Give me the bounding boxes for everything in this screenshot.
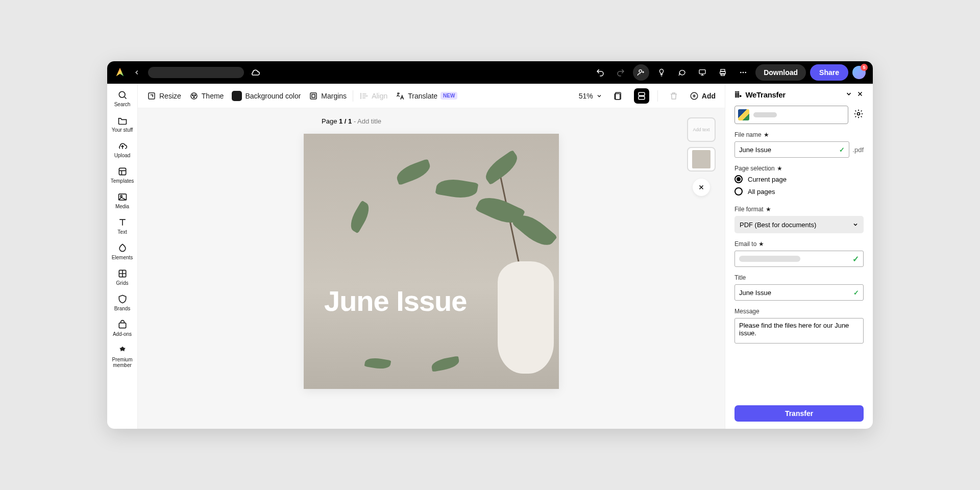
rail-label: Upload (114, 153, 131, 158)
notification-badge: 5 (861, 64, 868, 71)
svg-point-11 (120, 195, 121, 197)
check-icon: ✓ (853, 289, 859, 297)
canvas-title-text[interactable]: June Issue (324, 284, 467, 317)
lightbulb-icon[interactable] (653, 64, 670, 81)
pagesel-label: Page selection★ (734, 165, 864, 172)
print-icon[interactable] (715, 64, 731, 81)
panel-collapse-icon[interactable] (845, 90, 852, 99)
radio-icon (734, 175, 743, 183)
theme-tool[interactable]: Theme (189, 91, 224, 101)
settings-gear-icon[interactable] (853, 109, 864, 121)
message-input[interactable] (734, 318, 864, 344)
app-window: Download Share 5 Search Your stuff Uploa… (107, 61, 873, 429)
panel-close-icon[interactable] (856, 90, 864, 99)
delete-button[interactable] (666, 88, 681, 104)
rail-brands[interactable]: Brands (107, 294, 137, 311)
app-logo-icon[interactable] (114, 67, 126, 78)
add-page-button[interactable]: Add (690, 91, 716, 101)
new-badge: NEW (440, 92, 457, 100)
svg-rect-23 (639, 92, 645, 95)
account-avatar-icon (738, 109, 749, 120)
radio-all-pages[interactable]: All pages (734, 187, 864, 195)
title-label: Title (734, 274, 864, 281)
email-label: Email to★ (734, 240, 864, 248)
rail-label: Your stuff (112, 127, 133, 133)
wetransfer-panel: ⅲ● WeTransfer File name★ June Issue✓ .pd… (725, 84, 873, 429)
main-body: Search Your stuff Upload Templates Media… (107, 84, 873, 429)
leaf-graphic (435, 176, 479, 201)
translate-tool[interactable]: TranslateNEW (396, 91, 457, 101)
present-icon[interactable] (694, 64, 710, 81)
check-icon: ✓ (839, 146, 845, 154)
rail-label: Text (117, 229, 127, 235)
zoom-control[interactable]: 51% (579, 92, 602, 100)
tool-label: Align (372, 92, 387, 100)
back-button[interactable] (130, 65, 144, 80)
rail-templates[interactable]: Templates (107, 166, 137, 184)
svg-point-17 (194, 94, 195, 95)
panel-header: ⅲ● WeTransfer (734, 90, 864, 100)
rail-elements[interactable]: Elements (107, 243, 137, 260)
rail-search[interactable]: Search (107, 90, 137, 107)
rail-label: Templates (111, 178, 134, 184)
top-search-input[interactable] (148, 67, 244, 78)
email-input[interactable]: ✓ (734, 251, 864, 267)
rail-label: Premiummember (112, 357, 132, 368)
svg-rect-13 (119, 323, 126, 328)
layers-view-button[interactable] (634, 88, 649, 104)
title-value: June Issue (739, 289, 771, 297)
user-avatar[interactable]: 5 (852, 66, 866, 79)
rail-label: Search (114, 102, 131, 107)
rail-label: Elements (112, 255, 133, 260)
tool-label: Background color (245, 92, 301, 100)
svg-rect-14 (149, 93, 155, 99)
leaf-graphic (347, 201, 374, 234)
rail-your-stuff[interactable]: Your stuff (107, 115, 137, 133)
svg-point-6 (743, 72, 744, 74)
vase-graphic (498, 261, 554, 374)
undo-button[interactable] (592, 64, 608, 81)
margins-tool[interactable]: Margins (309, 91, 347, 101)
canvas-area[interactable]: Page 1 / 1 - Add title June Issue Add te… (138, 108, 725, 429)
rail-media[interactable]: Media (107, 192, 137, 209)
filename-input[interactable]: June Issue✓ (734, 141, 849, 158)
rail-upload[interactable]: Upload (107, 141, 137, 158)
rail-addons[interactable]: Add-ons (107, 320, 137, 337)
leaf-graphic (364, 356, 391, 371)
invite-user-icon[interactable] (633, 64, 649, 81)
thumbnail-add[interactable]: Add text (687, 117, 716, 142)
share-button[interactable]: Share (810, 64, 848, 81)
bg-color-tool[interactable]: Background color (232, 91, 301, 101)
svg-rect-20 (312, 94, 315, 97)
format-select[interactable]: PDF (Best for documents) (734, 216, 864, 233)
rail-premium[interactable]: Premiummember (107, 345, 137, 368)
leaf-graphic (394, 159, 433, 185)
download-button[interactable]: Download (755, 64, 806, 81)
page-label[interactable]: Page 1 / 1 - Add title (322, 117, 381, 125)
title-input[interactable]: June Issue✓ (734, 284, 864, 301)
close-thumbnails-button[interactable] (693, 179, 710, 196)
pages-view-button[interactable] (610, 88, 626, 104)
transfer-button[interactable]: Transfer (734, 405, 864, 422)
add-label: Add (702, 92, 716, 100)
align-tool: Align (359, 91, 387, 101)
redo-button[interactable] (612, 64, 629, 81)
design-canvas[interactable]: June Issue (304, 134, 559, 389)
account-selector[interactable] (734, 106, 848, 124)
resize-tool[interactable]: Resize (147, 91, 181, 101)
radio-current-page[interactable]: Current page (734, 175, 864, 183)
rail-grids[interactable]: Grids (107, 268, 137, 286)
thumbnail-page-1[interactable] (687, 147, 716, 172)
tool-label: Translate (408, 92, 437, 100)
leaf-graphic (431, 356, 460, 372)
top-bar: Download Share 5 (107, 61, 873, 84)
bg-swatch-icon (232, 91, 242, 101)
tool-label: Resize (159, 92, 181, 100)
cloud-sync-icon[interactable] (248, 65, 262, 80)
svg-point-16 (192, 94, 193, 95)
more-icon[interactable] (735, 64, 751, 81)
comment-icon[interactable] (674, 64, 690, 81)
svg-point-26 (857, 113, 860, 115)
rail-text[interactable]: Text (107, 217, 137, 235)
svg-point-18 (193, 96, 194, 97)
